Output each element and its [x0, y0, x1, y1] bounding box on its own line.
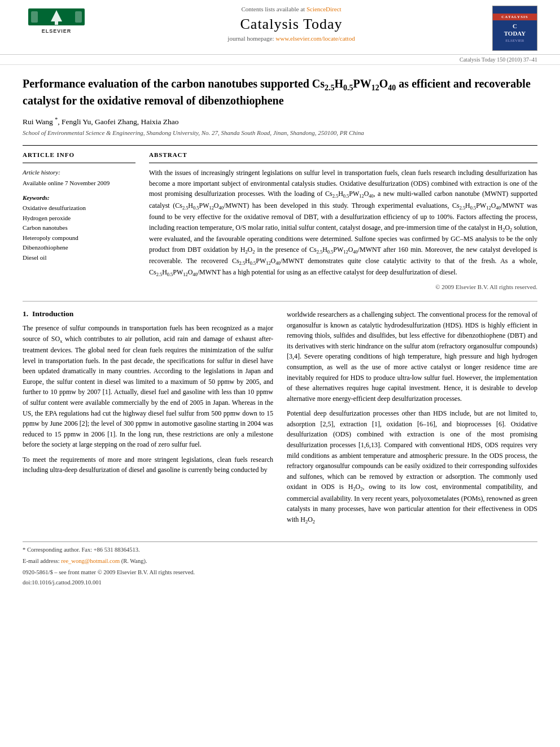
keywords-section: Keywords: Oxidative desulfurization Hydr… [23, 194, 135, 263]
elsevier-logo-container: ELSEVIER [23, 6, 90, 37]
section-divider [23, 301, 537, 302]
catalysis-badge-title: CTODAY [503, 20, 527, 38]
intro-title: Introduction [32, 309, 73, 318]
abstract-column: Abstract With the issues of increasingly… [149, 151, 537, 292]
svg-text:ELSEVIER: ELSEVIER [42, 28, 72, 34]
intro-right-column: worldwide researchers as a challenging s… [287, 309, 537, 531]
article-title: Performance evaluation of the carbon nan… [23, 76, 537, 108]
email-address[interactable]: ree_wong@hotmail.com [61, 558, 120, 564]
svg-rect-3 [55, 21, 58, 25]
catalysis-badge: CATALYSIS CTODAY ELSEVIER [492, 6, 537, 51]
footer-email-line: E-mail address: ree_wong@hotmail.com (R.… [23, 557, 537, 566]
abstract-paragraph: With the issues of increasingly stringen… [149, 168, 537, 279]
svg-rect-5 [75, 11, 82, 23]
sciencedirect-line: Contents lists available at ScienceDirec… [102, 6, 481, 12]
keyword-5: Dibenzothiophene [23, 243, 135, 253]
introduction-section: 1. Introduction The presence of sulfur c… [23, 309, 537, 531]
article-info-bar: Catalysis Today 150 (2010) 37–41 [0, 55, 560, 65]
authors-text: Rui Wang *, Fengli Yu, Gaofei Zhang, Hai… [23, 117, 179, 126]
intro-number: 1. [23, 309, 28, 318]
journal-homepage: journal homepage: www.elsevier.com/locat… [102, 35, 481, 42]
keyword-1: Oxidative desulfurization [23, 203, 135, 213]
article-info-label: Article Info [23, 151, 135, 158]
keyword-2: Hydrogen peroxide [23, 213, 135, 224]
intro-heading: 1. Introduction [23, 309, 273, 318]
contents-available-text: Contents lists available at [241, 6, 305, 12]
keyword-6: Diesel oil [23, 253, 135, 263]
footer-issn: 0920-5861/$ – see front matter © 2009 El… [23, 568, 537, 577]
elsevier-logo-svg: ELSEVIER [25, 6, 88, 37]
footer-corresponding: * Corresponding author. Fax: +86 531 883… [23, 545, 537, 554]
history-title: Article history: [23, 168, 135, 177]
catalysis-badge-label: CATALYSIS [493, 14, 537, 20]
article-affiliation: School of Environmental Science & Engine… [23, 129, 537, 137]
intro-paragraph-2: To meet the requirements of more and mor… [23, 455, 273, 475]
email-name: (R. Wang). [121, 558, 147, 564]
article-authors: Rui Wang *, Fengli Yu, Gaofei Zhang, Hai… [23, 116, 537, 126]
footer-doi: doi:10.1016/j.cattod.2009.10.001 [23, 579, 537, 586]
abstract-text: With the issues of increasingly stringen… [149, 168, 537, 292]
article-info-abstract-section: Article Info Article history: Available … [23, 145, 537, 292]
intro-paragraph-4: Potential deep desulfurization processes… [287, 408, 537, 526]
article-history: Article history: Available online 7 Nove… [23, 168, 135, 187]
keyword-4: Heteropoly compound [23, 233, 135, 243]
intro-paragraph-1: The presence of sulfur compounds in tran… [23, 323, 273, 450]
email-label: E-mail address: [23, 558, 60, 564]
catalysis-badge-sub: ELSEVIER [505, 38, 524, 43]
header-center: Contents lists available at ScienceDirec… [90, 6, 492, 42]
page: ELSEVIER Contents lists available at Sci… [0, 0, 560, 747]
article-info-text: Catalysis Today 150 (2010) 37–41 [460, 56, 537, 63]
abstract-label: Abstract [149, 151, 537, 158]
journal-title: Catalysis Today [102, 16, 481, 33]
copyright-text: © 2009 Elsevier B.V. All rights reserved… [149, 282, 537, 292]
article-footer: * Corresponding author. Fax: +86 531 883… [23, 541, 537, 585]
svg-rect-4 [31, 11, 38, 23]
keyword-3: Carbon nanotubes [23, 223, 135, 233]
available-online: Available online 7 November 2009 [23, 178, 135, 188]
journal-header: ELSEVIER Contents lists available at Sci… [0, 0, 560, 55]
keywords-list: Oxidative desulfurization Hydrogen perox… [23, 203, 135, 263]
keywords-label: Keywords: [23, 194, 135, 201]
corresponding-text: * Corresponding author. Fax: +86 531 883… [23, 547, 140, 553]
intro-left-column: 1. Introduction The presence of sulfur c… [23, 309, 273, 531]
article-info-column: Article Info Article history: Available … [23, 151, 135, 292]
sciencedirect-link[interactable]: ScienceDirect [307, 6, 342, 12]
intro-paragraph-3: worldwide researchers as a challenging s… [287, 309, 537, 404]
homepage-label: journal homepage: [228, 35, 275, 42]
article-body: Performance evaluation of the carbon nan… [0, 65, 560, 597]
homepage-url[interactable]: www.elsevier.com/locate/cattod [275, 35, 355, 42]
